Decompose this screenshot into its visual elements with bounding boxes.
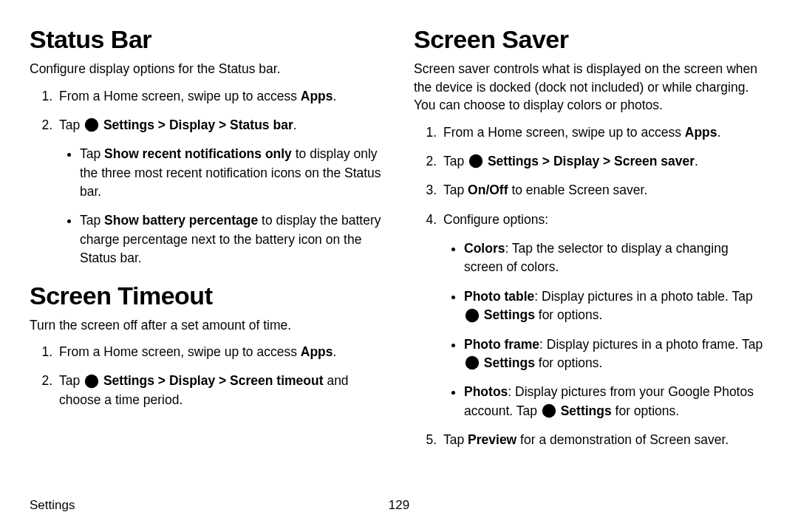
footer-section-label: Settings [30, 498, 75, 513]
page-columns: Status Bar Configure display options for… [30, 22, 768, 460]
list-item: Tap Show recent notifications only to di… [80, 145, 384, 201]
sub-bullets: Colors: Tap the selector to display a ch… [443, 239, 768, 420]
gear-icon [84, 374, 99, 389]
footer-page-number: 129 [389, 498, 409, 513]
list-item: From a Home screen, swipe up to access A… [56, 87, 384, 106]
list-item: Photo frame: Display pictures in a photo… [464, 335, 768, 373]
list-item: Tap Settings > Display > Status bar. Tap… [56, 116, 384, 268]
gear-icon [465, 355, 480, 370]
list-item: Photos: Display pictures from your Googl… [464, 383, 768, 420]
intro-screen-saver: Screen saver controls what is displayed … [414, 60, 768, 115]
intro-status-bar: Configure display options for the Status… [30, 60, 384, 78]
list-item: Configure options: Colors: Tap the selec… [440, 211, 768, 420]
sub-bullets: Tap Show recent notifications only to di… [59, 145, 384, 267]
page-footer: Settings 129 [30, 498, 768, 513]
gear-icon [542, 403, 556, 418]
steps-screen-saver: From a Home screen, swipe up to access A… [414, 123, 768, 450]
list-item: Tap Preview for a demonstration of Scree… [440, 431, 768, 449]
heading-screen-timeout: Screen Timeout [30, 282, 384, 310]
list-item: Colors: Tap the selector to display a ch… [464, 239, 768, 277]
heading-screen-saver: Screen Saver [414, 25, 768, 54]
gear-icon [468, 154, 483, 168]
gear-icon [84, 117, 99, 132]
list-item: From a Home screen, swipe up to access A… [440, 123, 768, 142]
intro-screen-timeout: Turn the screen off after a set amount o… [30, 316, 384, 335]
left-column: Status Bar Configure display options for… [30, 22, 384, 460]
right-column: Screen Saver Screen saver controls what … [414, 22, 768, 460]
steps-status-bar: From a Home screen, swipe up to access A… [30, 87, 384, 268]
list-item: From a Home screen, swipe up to access A… [56, 343, 384, 361]
steps-screen-timeout: From a Home screen, swipe up to access A… [30, 343, 384, 409]
list-item: Tap Settings > Display > Screen saver. [440, 152, 768, 171]
heading-status-bar: Status Bar [30, 25, 384, 54]
gear-icon [465, 308, 480, 323]
list-item: Tap Show battery percentage to display t… [80, 211, 384, 267]
list-item: Tap Settings > Display > Screen timeout … [56, 372, 384, 409]
list-item: Tap On/Off to enable Screen saver. [440, 181, 768, 200]
list-item: Photo table: Display pictures in a photo… [464, 287, 768, 325]
